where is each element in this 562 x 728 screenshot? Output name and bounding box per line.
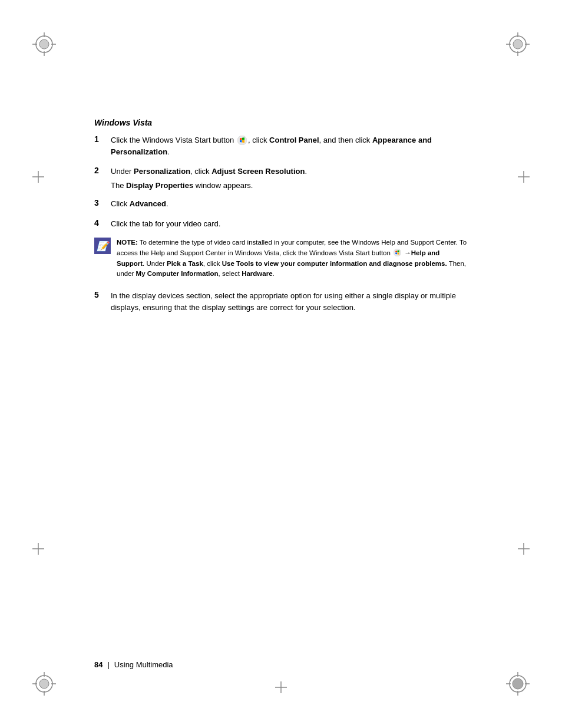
note-icon: 📝 <box>94 238 111 254</box>
svg-point-19 <box>513 678 523 689</box>
side-mark-right-bottom <box>518 543 530 557</box>
corner-mark-tl <box>32 32 56 56</box>
step-4-number: 4 <box>94 218 111 228</box>
section-title: Windows Vista <box>94 118 468 127</box>
step-2-subtext: The Display Properties window appears. <box>111 180 468 192</box>
footer-text: Using Multimedia <box>114 660 173 669</box>
footer: 84 | Using Multimedia <box>94 660 468 669</box>
corner-mark-bl <box>32 672 56 696</box>
step-3-number: 3 <box>94 198 111 207</box>
page: Windows Vista 1 Click the Windows Vista … <box>0 0 562 728</box>
step-3: 3 Click Advanced. <box>94 198 468 210</box>
content-area: Windows Vista 1 Click the Windows Vista … <box>94 118 468 634</box>
step-5-content: In the display devices section, select t… <box>111 290 468 313</box>
note-icon-letter: 📝 <box>97 241 108 252</box>
windows-logo-1 <box>237 136 247 145</box>
steps-list: 1 Click the Windows Vista Start button ,… <box>94 134 468 229</box>
step-5-number: 5 <box>94 290 111 299</box>
corner-mark-tr <box>506 32 530 56</box>
step-1: 1 Click the Windows Vista Start button ,… <box>94 134 468 157</box>
side-mark-left-bottom <box>32 543 44 557</box>
side-mark-left-top <box>32 171 44 185</box>
step-4: 4 Click the tab for your video card. <box>94 218 468 230</box>
step-5: 5 In the display devices section, select… <box>94 290 468 313</box>
svg-point-1 <box>39 39 49 49</box>
step-2-content: Under Personalization, click Adjust Scre… <box>111 166 468 177</box>
note-content: NOTE: To determine the type of video car… <box>117 238 468 279</box>
step-4-content: Click the tab for your video card. <box>111 218 468 230</box>
step-1-number: 1 <box>94 134 111 144</box>
side-mark-right-top <box>518 171 530 185</box>
step-1-content: Click the Windows Vista Start button , c… <box>111 134 468 157</box>
note-box: 📝 NOTE: To determine the type of video c… <box>94 238 468 279</box>
step-3-content: Click Advanced. <box>111 198 468 210</box>
side-mark-bottom-center <box>275 681 287 696</box>
svg-point-7 <box>513 39 523 49</box>
svg-point-13 <box>39 679 49 689</box>
windows-logo-note <box>394 249 401 256</box>
step-2-number: 2 <box>94 166 111 175</box>
footer-separator: | <box>107 660 109 669</box>
note-label: NOTE: <box>117 239 138 246</box>
step-2: 2 Under Personalization, click Adjust Sc… <box>94 166 468 177</box>
corner-mark-br <box>506 672 530 696</box>
footer-page-number: 84 <box>94 660 103 669</box>
